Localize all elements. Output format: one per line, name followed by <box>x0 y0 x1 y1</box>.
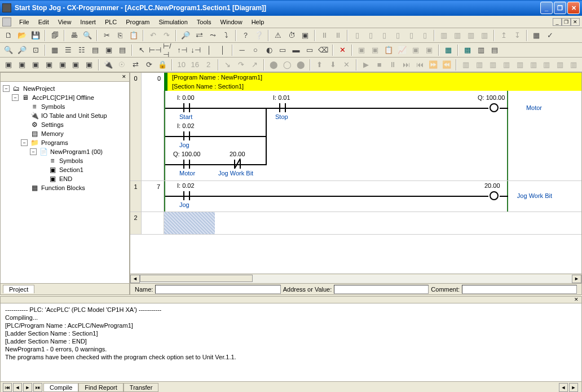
vert-dn-icon[interactable]: │ <box>217 44 229 56</box>
menu-tools[interactable]: Tools <box>192 17 216 27</box>
g6-icon[interactable]: ▥ <box>527 59 540 71</box>
tree-tab-project[interactable]: Project <box>3 285 34 293</box>
tree-io[interactable]: 🔌IO Table and Unit Setup <box>3 111 127 120</box>
view6-icon[interactable]: ▣ <box>70 59 82 71</box>
g1-icon[interactable]: ▥ <box>460 59 472 71</box>
menu-help[interactable]: Help <box>247 17 269 27</box>
g7-icon[interactable]: ▥ <box>541 59 553 71</box>
iomap-icon[interactable]: 📋 <box>382 44 395 56</box>
mdi-restore[interactable]: ❐ <box>562 18 571 26</box>
mnemonic-icon[interactable]: ▩ <box>461 44 474 56</box>
view4-icon[interactable]: ▣ <box>43 59 55 71</box>
output-body[interactable]: ----------- PLC: 'AccPLC' (PLC Model 'CP… <box>1 303 581 381</box>
ff-icon[interactable]: ⏩ <box>427 59 439 71</box>
zoomout-icon[interactable]: 🔎 <box>16 44 28 56</box>
preview-icon[interactable]: 🔍 <box>81 29 94 42</box>
project-tree[interactable]: −🗂NewProject −🖥AccPLC[CP1H] Offline ≡Sym… <box>1 82 129 283</box>
tree-functionblocks[interactable]: ▦Function Blocks <box>3 183 127 192</box>
plc-sim-icon[interactable]: ▣ <box>299 29 311 42</box>
instr-icon[interactable]: ▭ <box>276 44 289 56</box>
scroll-thumb[interactable] <box>140 275 253 282</box>
ladder-hscroll[interactable]: ◄ ► <box>130 274 581 283</box>
tab-first-icon[interactable]: ⏮ <box>3 383 12 392</box>
out-scroll-right-icon[interactable]: ► <box>569 383 578 392</box>
contact-stop[interactable] <box>277 103 288 112</box>
force-clr-icon[interactable]: ✕ <box>341 59 353 71</box>
menu-program[interactable]: Program <box>121 17 154 27</box>
tree-plc[interactable]: −🖥AccPLC[CP1H] Offline <box>3 93 127 102</box>
undo-icon[interactable]: ↶ <box>147 29 159 42</box>
close-button[interactable]: ✕ <box>567 2 580 14</box>
section-icon[interactable]: ▦ <box>442 44 455 56</box>
plc-clock-icon[interactable]: ⏱ <box>285 29 298 42</box>
contact-no-icon[interactable]: ⊢⊣ <box>149 44 161 56</box>
prev-icon[interactable]: ⏮ <box>413 59 426 71</box>
nextref-icon[interactable]: ⤵ <box>220 29 232 42</box>
contact-motor-seal[interactable] <box>181 160 192 169</box>
menu-plc[interactable]: PLC <box>100 17 121 27</box>
context-help-icon[interactable]: ？ <box>239 29 252 42</box>
g8-icon[interactable]: ▥ <box>554 59 566 71</box>
find-icon[interactable]: 🔎 <box>179 29 192 42</box>
vert-up-icon[interactable]: │ <box>203 44 215 56</box>
goto-icon[interactable]: ⤳ <box>206 29 219 42</box>
force-on-icon[interactable]: ⬆ <box>314 59 326 71</box>
step-in-icon[interactable]: ↘ <box>222 59 234 71</box>
coil-icon[interactable]: ○ <box>249 44 262 56</box>
mdi-close[interactable]: ✕ <box>571 18 580 26</box>
g5-icon[interactable]: ▥ <box>514 59 526 71</box>
ladder-mon4-icon[interactable]: ▥ <box>478 29 491 42</box>
strip-comment-input[interactable] <box>462 285 577 294</box>
del-icon[interactable]: ✕ <box>336 44 349 56</box>
view1-icon[interactable]: ▣ <box>2 59 15 71</box>
g2-icon[interactable]: ▥ <box>473 59 486 71</box>
trace-icon[interactable]: 📈 <box>396 44 408 56</box>
protect-icon[interactable]: 🔒 <box>156 59 169 71</box>
printer-icon[interactable]: 🖶 <box>68 29 80 42</box>
force-icon[interactable]: ▣ <box>369 44 381 56</box>
strip-addr-input[interactable] <box>334 285 429 294</box>
mdi-minimize[interactable]: _ <box>553 18 562 26</box>
rw-icon[interactable]: ⏪ <box>440 59 453 71</box>
coil-jogworkbit[interactable] <box>488 191 500 200</box>
help-icon[interactable]: ❔ <box>253 29 265 42</box>
break-icon[interactable]: ⬤ <box>267 59 280 71</box>
menu-edit[interactable]: Edit <box>34 17 54 27</box>
radix2-icon[interactable]: 2 <box>202 59 215 71</box>
hline-icon[interactable]: ─ <box>236 44 248 56</box>
radix10-icon[interactable]: 10 <box>175 59 188 71</box>
replace-icon[interactable]: ⮂ <box>193 29 205 42</box>
force-off-icon[interactable]: ⬇ <box>327 59 340 71</box>
coil-set-icon[interactable]: ◐ <box>263 44 275 56</box>
menu-window[interactable]: Window <box>216 17 247 27</box>
align-l-icon[interactable]: ▯ <box>351 29 363 42</box>
radix16-icon[interactable]: 16 <box>189 59 201 71</box>
tab-compile[interactable]: Compile <box>43 383 78 392</box>
coil-motor[interactable] <box>488 103 500 112</box>
menu-file[interactable]: File <box>15 17 34 27</box>
address-icon[interactable]: ☷ <box>76 44 88 56</box>
step-over-icon[interactable]: ↷ <box>235 59 248 71</box>
scroll-right-icon[interactable]: ► <box>572 275 581 283</box>
paste-icon[interactable]: 📋 <box>127 29 140 42</box>
warning-icon[interactable]: ⚠ <box>272 29 284 42</box>
tree-prog-symbols[interactable]: ≡Symbols <box>3 156 127 165</box>
mdi-icon[interactable] <box>2 17 11 27</box>
contact-jog2[interactable] <box>181 191 192 200</box>
stop-icon[interactable]: ■ <box>373 59 386 71</box>
tree-end[interactable]: ▣END <box>3 174 127 183</box>
xref-icon[interactable]: ▦ <box>530 29 543 42</box>
tree-programs[interactable]: −📁Programs <box>3 138 127 147</box>
fb-icon[interactable]: ▣ <box>103 44 115 56</box>
rung2-end[interactable] <box>164 212 215 234</box>
ladder-mon1-icon[interactable]: ▥ <box>438 29 450 42</box>
tree-symbols[interactable]: ≡Symbols <box>3 102 127 111</box>
watch-icon[interactable]: ▣ <box>355 44 368 56</box>
output-icon[interactable]: ▤ <box>488 44 501 56</box>
align-c-icon[interactable]: ▯ <box>364 29 377 42</box>
minimize-button[interactable]: _ <box>540 2 553 14</box>
view3-icon[interactable]: ▣ <box>29 59 42 71</box>
tree-newprogram[interactable]: −📄NewProgram1 (00) <box>3 147 127 156</box>
scroll-left-icon[interactable]: ◄ <box>130 275 140 283</box>
view7-icon[interactable]: ▣ <box>83 59 95 71</box>
